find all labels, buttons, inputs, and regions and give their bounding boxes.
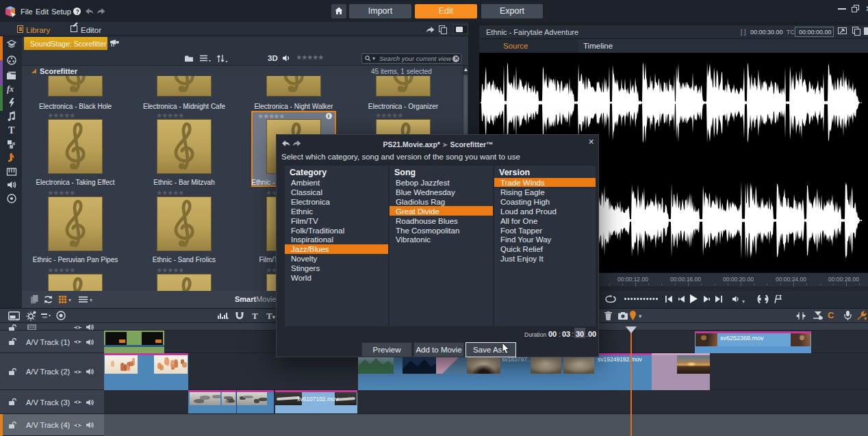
svg-text:T: T [8, 125, 15, 136]
svg-text:fx: fx [7, 84, 14, 94]
